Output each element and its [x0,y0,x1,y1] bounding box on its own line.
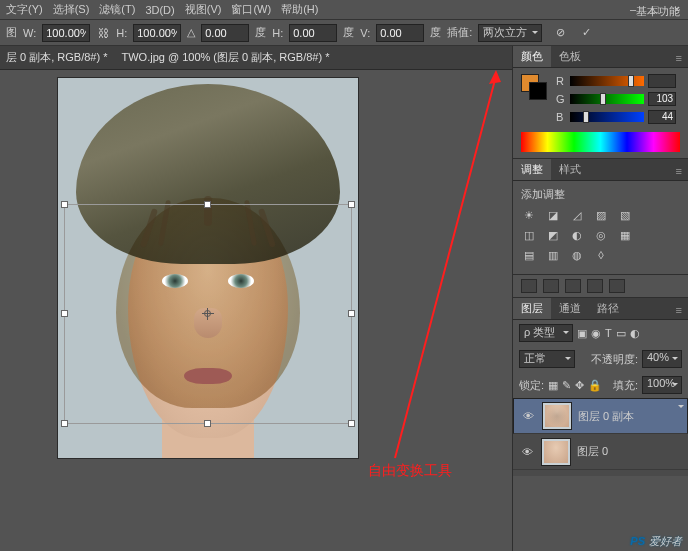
image-content [58,78,358,458]
adj-photo-icon[interactable]: ◐ [569,228,585,242]
g-value[interactable]: 103 [648,92,676,106]
adj-lookup-icon[interactable]: ▦ [617,228,633,242]
adj-thresh-icon[interactable]: ◍ [569,248,585,262]
width-input[interactable] [42,24,90,42]
angle-icon: △ [187,26,195,39]
g-slider[interactable] [570,94,644,104]
background-swatch[interactable] [529,82,547,100]
adj-invert-icon[interactable]: ▤ [521,248,537,262]
menu-view[interactable]: 视图(V) [185,2,222,17]
mini-icon[interactable] [609,279,625,293]
tab-styles[interactable]: 样式 [551,159,589,180]
menu-3d[interactable]: 3D(D) [145,4,174,16]
menu-type[interactable]: 文字(Y) [6,2,43,17]
spectrum-bar[interactable] [521,132,680,152]
adj-vibrance-icon[interactable]: ▧ [617,208,633,222]
deg-label-3: 度 [430,25,441,40]
height-input[interactable] [133,24,181,42]
b-value[interactable]: 44 [648,110,676,124]
layer-thumb[interactable] [542,402,572,430]
opacity-input[interactable]: 40% [642,350,682,368]
filter-smart-icon[interactable]: ◐ [630,327,640,340]
canvas[interactable] [58,78,358,458]
color-panel-tabs: 颜色 色板 ≡ [513,46,688,68]
adj-gradmap-icon[interactable]: ◊ [593,248,609,262]
commit-transform-icon[interactable]: ✓ [578,25,594,41]
menu-window[interactable]: 窗口(W) [231,2,271,17]
b-slider[interactable] [570,112,644,122]
lock-trans-icon[interactable]: ▦ [548,379,558,392]
svg-line-0 [395,76,496,458]
options-bar: 图 W: ⛓ H: △ 度 H: 度 V: 度 插值: 两次立方 ⊘ ✓ 基本功… [0,20,688,46]
skew-h-input[interactable] [289,24,337,42]
right-panels: 颜色 色板 ≡ R G 103 B 44 [512,46,688,551]
lock-label: 锁定: [519,378,544,393]
filter-kind-select[interactable]: ρ 类型 [519,324,573,342]
filter-pixel-icon[interactable]: ▣ [577,327,587,340]
mini-icon[interactable] [565,279,581,293]
adj-poster-icon[interactable]: ▥ [545,248,561,262]
add-adjustment-label: 添加调整 [521,187,680,202]
menu-select[interactable]: 选择(S) [53,2,90,17]
tab-swatches[interactable]: 色板 [551,46,589,67]
tab-layers[interactable]: 图层 [513,298,551,319]
canvas-area[interactable]: 自由变换工具 [0,70,512,551]
fill-input[interactable]: 100% [642,376,682,394]
visibility-icon[interactable]: 👁 [519,446,535,458]
filter-shape-icon[interactable]: ▭ [616,327,626,340]
r-value[interactable] [648,74,676,88]
annotation-text: 自由变换工具 [368,462,452,480]
tab-adjustments[interactable]: 调整 [513,159,551,180]
adj-hue-icon[interactable]: ◫ [521,228,537,242]
panel-menu-icon[interactable]: ≡ [670,49,688,67]
panel-menu-icon[interactable]: ≡ [670,162,688,180]
mini-icon[interactable] [543,279,559,293]
workspace-label[interactable]: 基本功能 [636,4,680,19]
deg-label-1: 度 [255,25,266,40]
mini-panel-icons [513,275,688,298]
lock-pos-icon[interactable]: ✥ [575,379,584,392]
visibility-icon[interactable]: 👁 [520,410,536,422]
tab-paths[interactable]: 路径 [589,298,627,319]
menu-help[interactable]: 帮助(H) [281,2,318,17]
blend-mode-select[interactable]: 正常 [519,350,575,368]
adj-exposure-icon[interactable]: ▨ [593,208,609,222]
layer-thumb[interactable] [541,438,571,466]
interp-label: 插值: [447,25,472,40]
link-icon[interactable]: ⛓ [96,26,110,40]
color-swatch[interactable] [521,74,547,100]
adj-brightness-icon[interactable]: ☀ [521,208,537,222]
filter-adj-icon[interactable]: ◉ [591,327,601,340]
tab-channels[interactable]: 通道 [551,298,589,319]
cancel-transform-icon[interactable]: ⊘ [552,25,568,41]
doc-tab-2[interactable]: TWO.jpg @ 100% (图层 0 副本, RGB/8#) * [121,50,329,65]
interp-select[interactable]: 两次立方 [478,24,542,42]
lock-all-icon[interactable]: 🔒 [588,379,602,392]
mini-icon[interactable] [587,279,603,293]
adj-bw-icon[interactable]: ◩ [545,228,561,242]
r-slider[interactable] [570,76,644,86]
adj-levels-icon[interactable]: ◪ [545,208,561,222]
layer-row[interactable]: 👁 图层 0 [513,434,688,470]
adj-curves-icon[interactable]: ◿ [569,208,585,222]
lock-pixels-icon[interactable]: ✎ [562,379,571,392]
skew-v-input[interactable] [376,24,424,42]
watermark: PS爱好者 [630,531,682,549]
layer-name[interactable]: 图层 0 [577,444,608,459]
g-label: G [556,93,566,105]
menu-filter[interactable]: 滤镜(T) [99,2,135,17]
rotate-input[interactable] [201,24,249,42]
panel-menu-icon[interactable]: ≡ [670,301,688,319]
layer-row[interactable]: 👁 图层 0 副本 [513,398,688,434]
refpoint-button[interactable]: 图 [6,25,17,40]
adj-chmix-icon[interactable]: ◎ [593,228,609,242]
svg-marker-1 [489,70,501,84]
w-label: W: [23,27,36,39]
doc-tab-1[interactable]: 层 0 副本, RGB/8#) * [6,50,107,65]
filter-text-icon[interactable]: T [605,327,612,339]
skew-v-label: V: [360,27,370,39]
tab-color[interactable]: 颜色 [513,46,551,67]
mini-icon[interactable] [521,279,537,293]
layer-name[interactable]: 图层 0 副本 [578,409,634,424]
r-label: R [556,75,566,87]
